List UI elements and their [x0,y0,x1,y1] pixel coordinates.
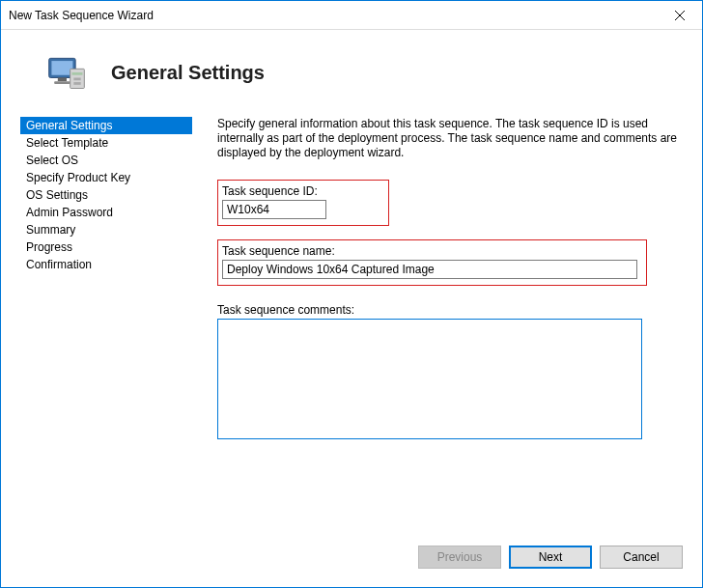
task-sequence-name-label: Task sequence name: [222,244,642,258]
next-button[interactable]: Next [509,546,592,569]
cancel-button[interactable]: Cancel [600,546,683,569]
titlebar: New Task Sequence Wizard [1,1,702,30]
sidebar-item-specify-product-key[interactable]: Specify Product Key [20,169,192,186]
close-button[interactable] [658,1,702,30]
sidebar-item-select-os[interactable]: Select OS [20,152,192,169]
svg-rect-4 [58,78,67,82]
description-text: Specify general information about this t… [217,117,683,160]
previous-button[interactable]: Previous [418,546,501,569]
sidebar-item-os-settings[interactable]: OS Settings [20,186,192,204]
sidebar-item-progress[interactable]: Progress [20,238,192,256]
sidebar-item-general-settings[interactable]: General Settings [20,117,192,134]
content-area: General Settings Select Template Select … [1,117,702,541]
task-sequence-comments-input[interactable] [220,322,639,434]
wizard-header: General Settings [1,30,702,117]
sidebar-item-select-template[interactable]: Select Template [20,134,192,152]
task-sequence-id-group: Task sequence ID: [217,180,389,226]
task-sequence-name-group: Task sequence name: [217,239,647,286]
task-sequence-name-input[interactable] [222,260,637,279]
close-icon [675,11,685,20]
sidebar-item-admin-password[interactable]: Admin Password [20,204,192,221]
sidebar-item-confirmation[interactable]: Confirmation [20,256,192,273]
task-sequence-id-label: Task sequence ID: [222,184,384,198]
svg-rect-5 [54,81,70,84]
task-sequence-comments-group: Task sequence comments: [217,303,683,439]
page-title: General Settings [111,62,265,84]
main-panel: Specify general information about this t… [192,117,683,541]
task-sequence-id-input[interactable] [222,200,326,219]
svg-rect-9 [73,82,80,85]
svg-rect-8 [73,78,80,81]
computer-icon [45,51,88,94]
wizard-footer: Previous Next Cancel [1,541,702,587]
task-sequence-comments-label: Task sequence comments: [217,303,683,317]
sidebar-item-summary[interactable]: Summary [20,221,192,238]
svg-rect-3 [51,61,72,75]
wizard-steps-sidebar: General Settings Select Template Select … [20,117,192,541]
window-title: New Task Sequence Wizard [9,9,154,22]
svg-rect-7 [72,72,83,75]
